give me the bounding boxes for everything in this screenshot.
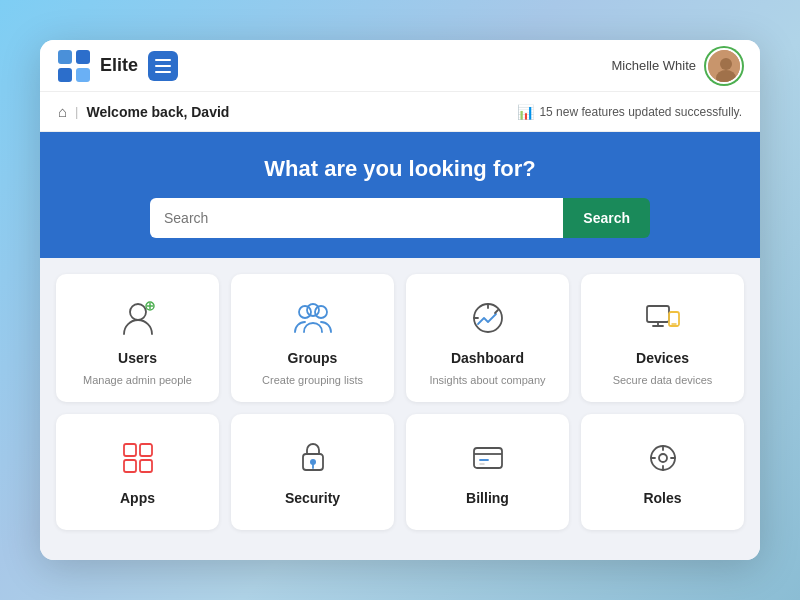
- card-apps[interactable]: Apps: [56, 414, 219, 530]
- svg-rect-25: [124, 460, 136, 472]
- card-roles-title: Roles: [643, 490, 681, 506]
- svg-point-7: [130, 304, 146, 320]
- logo-icon: [58, 50, 90, 82]
- breadcrumb-page-label: Welcome back, David: [86, 104, 229, 120]
- grid-section: Users Manage admin people Groups Cre: [40, 258, 760, 560]
- card-apps-title: Apps: [120, 490, 155, 506]
- dashboard-icon: [464, 294, 512, 342]
- avatar[interactable]: [706, 48, 742, 84]
- svg-point-5: [720, 58, 732, 70]
- card-devices-desc: Secure data devices: [613, 374, 713, 386]
- notification-bar: 📊 15 new features updated successfully.: [517, 104, 742, 120]
- svg-point-35: [659, 454, 667, 462]
- card-grid: Users Manage admin people Groups Cre: [56, 274, 744, 530]
- card-groups[interactable]: Groups Create grouping lists: [231, 274, 394, 402]
- groups-icon: [289, 294, 337, 342]
- svg-rect-30: [474, 448, 502, 468]
- card-devices[interactable]: Devices Secure data devices: [581, 274, 744, 402]
- hero-title: What are you looking for?: [60, 156, 740, 182]
- breadcrumb-left: ⌂ | Welcome back, David: [58, 103, 229, 120]
- card-dashboard-title: Dashboard: [451, 350, 524, 366]
- svg-point-13: [307, 304, 319, 316]
- card-groups-title: Groups: [288, 350, 338, 366]
- card-roles[interactable]: Roles: [581, 414, 744, 530]
- svg-rect-1: [76, 50, 90, 64]
- nav-right: Michelle White: [611, 48, 742, 84]
- hero-section: What are you looking for? Search: [40, 132, 760, 258]
- svg-point-11: [299, 306, 311, 318]
- nav-left: Elite: [58, 50, 178, 82]
- card-users-title: Users: [118, 350, 157, 366]
- card-billing-title: Billing: [466, 490, 509, 506]
- users-icon: [114, 294, 162, 342]
- card-security-title: Security: [285, 490, 340, 506]
- search-bar: Search: [150, 198, 650, 238]
- svg-rect-3: [76, 68, 90, 82]
- devices-icon: [639, 294, 687, 342]
- search-input[interactable]: [150, 198, 563, 238]
- svg-point-12: [315, 306, 327, 318]
- card-groups-desc: Create grouping lists: [262, 374, 363, 386]
- search-button[interactable]: Search: [563, 198, 650, 238]
- card-users[interactable]: Users Manage admin people: [56, 274, 219, 402]
- card-dashboard[interactable]: Dashboard Insights about company: [406, 274, 569, 402]
- svg-rect-2: [58, 68, 72, 82]
- user-name: Michelle White: [611, 58, 696, 73]
- breadcrumb-divider: |: [75, 104, 78, 119]
- notification-text: 15 new features updated successfully.: [539, 105, 742, 119]
- security-icon: [289, 434, 337, 482]
- card-security[interactable]: Security: [231, 414, 394, 530]
- card-billing[interactable]: Billing: [406, 414, 569, 530]
- svg-rect-0: [58, 50, 72, 64]
- menu-button[interactable]: [148, 51, 178, 81]
- home-icon[interactable]: ⌂: [58, 103, 67, 120]
- app-window: Elite Michelle White ⌂ | Welcome back, D: [40, 40, 760, 560]
- svg-rect-23: [124, 444, 136, 456]
- top-nav: Elite Michelle White: [40, 40, 760, 92]
- svg-rect-26: [140, 460, 152, 472]
- svg-rect-18: [647, 306, 669, 322]
- svg-line-17: [495, 310, 498, 313]
- apps-icon: [114, 434, 162, 482]
- svg-rect-24: [140, 444, 152, 456]
- card-dashboard-desc: Insights about company: [429, 374, 545, 386]
- billing-icon: [464, 434, 512, 482]
- card-devices-title: Devices: [636, 350, 689, 366]
- roles-icon: [639, 434, 687, 482]
- breadcrumb-bar: ⌂ | Welcome back, David 📊 15 new feature…: [40, 92, 760, 132]
- card-users-desc: Manage admin people: [83, 374, 192, 386]
- notification-icon: 📊: [517, 104, 534, 120]
- app-name: Elite: [100, 55, 138, 76]
